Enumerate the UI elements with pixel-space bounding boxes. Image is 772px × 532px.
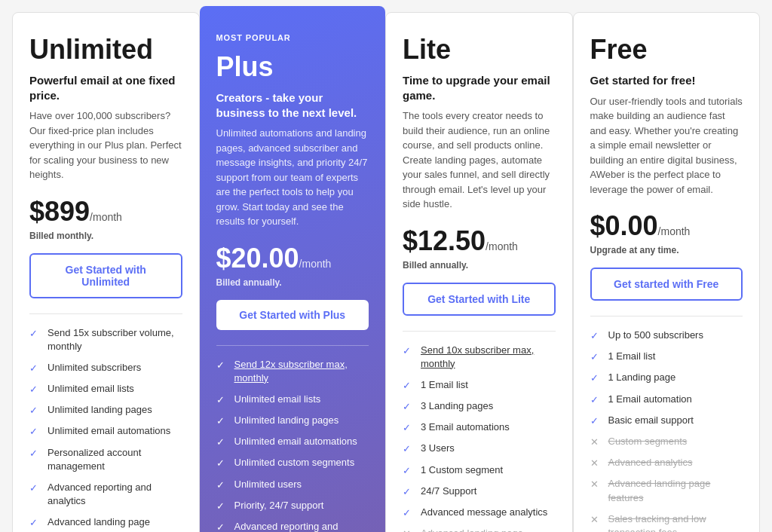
- feature-item: ✓ 1 Landing page: [590, 371, 743, 384]
- divider-free: [590, 316, 743, 316]
- feature-text: Advanced landing page features: [608, 477, 743, 504]
- feature-text: Send 15x subscriber volume, monthly: [47, 326, 182, 353]
- cross-icon: ✕: [590, 436, 602, 448]
- feature-text: Unlimited landing pages: [234, 414, 339, 427]
- feature-item: ✕ Advanced landing page features: [403, 527, 556, 532]
- feature-text: Advanced reporting and analytics: [234, 520, 369, 532]
- price-billing-unlimited: Billed monthly.: [29, 231, 182, 241]
- divider-plus: [216, 345, 369, 346]
- feature-item: ✓ Unlimited email lists: [216, 393, 369, 406]
- plan-desc-plus: Unlimited automations and landing pages,…: [216, 126, 369, 229]
- feature-text: 1 Landing page: [608, 371, 676, 384]
- feature-item: ✓ Advanced reporting and analytics: [29, 481, 182, 508]
- feature-item: ✕ Advanced analytics: [590, 456, 743, 469]
- price-amount-plus: $20.00: [216, 243, 299, 274]
- feature-text: Advanced reporting and analytics: [47, 481, 182, 508]
- check-icon: ✓: [403, 400, 415, 412]
- feature-text: Unlimited email automations: [234, 435, 357, 448]
- feature-item: ✓ Personalized account management: [29, 446, 182, 473]
- feature-item: ✓ 24/7 Support: [403, 485, 556, 498]
- cta-button-plus[interactable]: Get Started with Plus: [216, 300, 369, 330]
- cta-button-lite[interactable]: Get Started with Lite: [403, 283, 556, 316]
- check-icon: ✓: [29, 383, 41, 395]
- plan-card-free: FreeGet started for free!Our user-friend…: [573, 12, 761, 532]
- feature-item: ✓ Basic email support: [590, 414, 743, 427]
- feature-text: 1 Custom segment: [421, 463, 503, 477]
- plan-card-lite: LiteTime to upgrade your email game.The …: [385, 12, 573, 532]
- price-amount-lite: $12.50: [403, 225, 486, 256]
- price-period-plus: /month: [299, 258, 332, 270]
- feature-text: Basic email support: [608, 414, 694, 427]
- feature-text: 3 Email automations: [421, 420, 510, 434]
- check-icon: ✓: [403, 506, 415, 518]
- features-list-lite: ✓ Send 10x subscriber max, monthly ✓ 1 E…: [403, 344, 556, 533]
- feature-item: ✓ Send 15x subscriber volume, monthly: [29, 326, 182, 353]
- feature-text: Advanced landing page features: [421, 527, 556, 532]
- check-icon: ✓: [403, 442, 415, 454]
- plan-tagline-plus: Creators - take your business to the nex…: [216, 90, 369, 120]
- cross-icon: ✕: [403, 527, 415, 532]
- cta-button-unlimited[interactable]: Get Started with Unlimited: [29, 253, 182, 298]
- plan-tagline-free: Get started for free!: [590, 73, 743, 88]
- check-icon: ✓: [590, 371, 602, 384]
- pricing-container: UnlimitedPowerful email at one fixed pri…: [12, 12, 760, 532]
- plan-price-unlimited: $899/month: [29, 196, 182, 228]
- feature-text: Send 12x subscriber max, monthly: [234, 358, 369, 385]
- feature-item: ✓ 1 Email list: [590, 350, 743, 363]
- price-period-unlimited: /month: [90, 211, 122, 223]
- plan-price-free: $0.00/month: [590, 210, 743, 242]
- check-icon: ✓: [216, 521, 228, 532]
- feature-item: ✓ 3 Users: [403, 442, 556, 455]
- price-amount-unlimited: $899: [29, 196, 90, 227]
- plan-card-unlimited: UnlimitedPowerful email at one fixed pri…: [12, 12, 200, 532]
- feature-item: ✓ Unlimited custom segments: [216, 456, 369, 469]
- feature-item: ✓ Unlimited email automations: [216, 435, 369, 448]
- feature-text: 24/7 Support: [421, 485, 476, 498]
- feature-text: Sales tracking and low transaction fees: [608, 512, 743, 532]
- check-icon: ✓: [590, 393, 602, 405]
- check-icon: ✓: [29, 447, 41, 459]
- plan-desc-unlimited: Have over 100,000 subscribers? Our fixed…: [29, 109, 182, 182]
- plan-price-lite: $12.50/month: [403, 225, 556, 257]
- plan-name-plus: Plus: [216, 51, 369, 83]
- feature-item: ✓ Advanced message analytics: [403, 506, 556, 519]
- feature-text: Unlimited email lists: [234, 393, 321, 406]
- price-amount-free: $0.00: [590, 210, 658, 241]
- check-icon: ✓: [403, 421, 415, 433]
- feature-text: Unlimited email lists: [47, 382, 134, 396]
- cross-icon: ✕: [590, 457, 602, 469]
- check-icon: ✓: [590, 414, 602, 427]
- feature-item: ✓ Advanced landing page features: [29, 515, 182, 532]
- divider-lite: [403, 331, 556, 332]
- check-icon: ✓: [29, 327, 41, 339]
- check-icon: ✓: [216, 457, 228, 469]
- feature-item: ✕ Advanced landing page features: [590, 477, 743, 504]
- feature-item: ✓ Unlimited email automations: [29, 424, 182, 438]
- plan-tagline-unlimited: Powerful email at one fixed price.: [29, 73, 182, 102]
- feature-text: 1 Email list: [608, 350, 656, 363]
- cross-icon: ✕: [590, 478, 602, 490]
- feature-text: Send 10x subscriber max, monthly: [421, 344, 556, 371]
- features-list-plus: ✓ Send 12x subscriber max, monthly ✓ Unl…: [216, 358, 369, 533]
- feature-text: 1 Email list: [421, 378, 468, 392]
- plan-name-unlimited: Unlimited: [29, 34, 182, 66]
- feature-item: ✓ Priority, 24/7 support: [216, 499, 369, 512]
- feature-item: ✓ 1 Email automation: [590, 393, 743, 406]
- feature-item: ✓ Unlimited email lists: [29, 382, 182, 396]
- feature-text: Unlimited email automations: [47, 424, 170, 438]
- price-billing-plus: Billed annually.: [216, 277, 369, 288]
- feature-text: 3 Users: [421, 442, 455, 455]
- feature-text: Up to 500 subscribers: [608, 329, 703, 342]
- check-icon: ✓: [216, 500, 228, 512]
- feature-item: ✕ Custom segments: [590, 435, 743, 448]
- cta-button-free[interactable]: Get started with Free: [590, 268, 743, 301]
- feature-item: ✓ 3 Email automations: [403, 420, 556, 434]
- cross-icon: ✕: [590, 513, 602, 525]
- check-icon: ✓: [216, 359, 228, 371]
- feature-item: ✓ Unlimited users: [216, 478, 369, 491]
- check-icon: ✓: [216, 436, 228, 448]
- feature-item: ✓ Send 12x subscriber max, monthly: [216, 358, 369, 385]
- plan-tagline-lite: Time to upgrade your email game.: [403, 73, 556, 102]
- feature-text: Unlimited users: [234, 478, 302, 491]
- price-billing-lite: Billed annually.: [403, 260, 556, 271]
